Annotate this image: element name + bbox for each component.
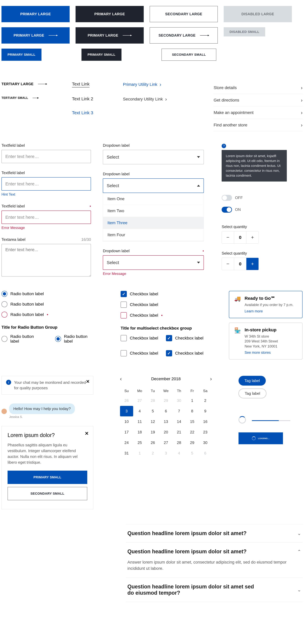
qty-minus[interactable]: − <box>222 231 234 244</box>
checkbox-error[interactable] <box>120 312 127 318</box>
toggle-on[interactable] <box>222 207 232 213</box>
primary-large-arrow-button[interactable]: PRIMARY LARGE <box>2 27 70 44</box>
nav-make-appointment[interactable]: Make an appointment <box>214 106 302 119</box>
radio-checked[interactable] <box>55 336 61 342</box>
accordion-item[interactable]: Question headline lorem ipsum dolor sit … <box>126 524 302 542</box>
qty-plus[interactable]: + <box>246 231 258 244</box>
secondary-large-button[interactable]: SECONDARY LARGE <box>150 6 218 22</box>
cal-prev[interactable]: ‹ <box>120 376 122 382</box>
text-link-2[interactable]: Text Link 2 <box>72 96 111 101</box>
cal-day[interactable]: 29 <box>186 438 199 448</box>
secondary-large-arrow-button[interactable]: SECONDARY LARGE <box>150 27 218 44</box>
cal-day[interactable]: 13 <box>160 416 172 427</box>
modal-secondary-button[interactable]: SECONDARY SMALL <box>8 487 87 500</box>
radio-error[interactable] <box>2 312 8 318</box>
cal-day[interactable]: 4 <box>133 406 146 416</box>
cal-day[interactable]: 21 <box>172 427 186 438</box>
cal-day[interactable]: 30 <box>199 438 212 448</box>
checkbox-checked[interactable] <box>166 350 172 356</box>
close-icon[interactable]: ✕ <box>85 430 89 436</box>
primary-large-dark-button[interactable]: PRIMARY LARGE <box>76 6 144 22</box>
cal-day[interactable]: 16 <box>199 416 212 427</box>
tooltip-icon[interactable]: ? <box>222 144 226 148</box>
secondary-utility-link[interactable]: Secondary Utility Link <box>123 96 167 102</box>
tag-outline[interactable]: Tag label <box>238 388 266 398</box>
cal-day[interactable]: 30 <box>172 395 186 406</box>
cal-next[interactable]: › <box>210 376 212 382</box>
checkbox-unchecked[interactable] <box>120 302 127 308</box>
secondary-small-button[interactable]: SECONDARY SMALL <box>162 48 216 61</box>
accordion-item-open[interactable]: Question headline lorem ipsum dolor sit … <box>126 542 302 578</box>
cal-day[interactable]: 28 <box>146 395 160 406</box>
radio-checked[interactable] <box>2 291 8 297</box>
dropdown-error[interactable]: Select <box>103 255 204 270</box>
nav-get-directions[interactable]: Get directions <box>214 94 302 106</box>
cal-day[interactable]: 27 <box>133 395 146 406</box>
learn-more-link[interactable]: Learn more <box>244 309 263 313</box>
cal-day[interactable]: 9 <box>199 406 212 416</box>
cal-day[interactable]: 7 <box>172 406 186 416</box>
modal-primary-button[interactable]: PRIMARY SMALL <box>8 471 87 484</box>
cal-day[interactable]: 29 <box>160 395 172 406</box>
cal-day[interactable]: 15 <box>186 416 199 427</box>
dropdown-item[interactable]: Item One <box>103 193 204 205</box>
primary-small-dark-button[interactable]: PRIMARY SMALL <box>82 48 122 61</box>
cal-day[interactable]: 12 <box>146 416 160 427</box>
cal-day[interactable]: 26 <box>120 395 133 406</box>
textarea[interactable] <box>2 244 91 276</box>
nav-find-store[interactable]: Find another store <box>214 119 302 131</box>
radio-unchecked[interactable] <box>2 301 8 307</box>
cal-day[interactable]: 28 <box>172 438 186 448</box>
radio-unchecked[interactable] <box>2 336 8 342</box>
cal-day[interactable]: 4 <box>172 448 186 458</box>
cal-day[interactable]: 25 <box>133 438 146 448</box>
cal-day[interactable]: 5 <box>146 406 160 416</box>
cal-day[interactable]: 1 <box>186 395 199 406</box>
qty-plus[interactable]: + <box>246 258 258 270</box>
ready-to-go-card[interactable]: 🚚 Ready to Go℠ Available if you order by… <box>229 291 302 318</box>
cal-day[interactable]: 2 <box>146 448 160 458</box>
cal-day[interactable]: 24 <box>120 438 133 448</box>
textfield-error[interactable] <box>2 210 91 224</box>
close-icon[interactable]: ✕ <box>86 379 90 384</box>
cal-day[interactable]: 22 <box>186 427 199 438</box>
cal-day[interactable]: 6 <box>160 406 172 416</box>
qty-minus[interactable]: − <box>222 258 234 270</box>
cal-day[interactable]: 27 <box>160 438 172 448</box>
tertiary-small-link[interactable]: TERTIARY SMALL <box>2 96 38 100</box>
nav-store-details[interactable]: Store details <box>214 82 302 94</box>
primary-utility-link[interactable]: Primary Utility Link <box>123 82 161 87</box>
checkbox-checked[interactable] <box>120 291 127 297</box>
loading-button[interactable]: LOADING… <box>238 432 283 444</box>
cal-day[interactable]: 6 <box>199 448 212 458</box>
cal-day[interactable]: 26 <box>146 438 160 448</box>
textfield-default[interactable] <box>2 150 91 163</box>
text-link-3[interactable]: Text Link 3 <box>72 110 111 115</box>
checkbox-unchecked[interactable] <box>120 335 127 341</box>
cal-day[interactable]: 3 <box>120 406 133 416</box>
checkbox-unchecked[interactable] <box>120 350 127 356</box>
cal-day[interactable]: 23 <box>199 427 212 438</box>
pickup-card[interactable]: 🏪 In-store pickup W 34th St store 209 We… <box>229 322 302 360</box>
see-more-link[interactable]: See more stores <box>244 350 271 354</box>
cal-day[interactable]: 17 <box>120 427 133 438</box>
dropdown-default[interactable]: Select <box>103 150 204 164</box>
checkbox-checked[interactable] <box>166 335 172 341</box>
tertiary-large-link[interactable]: TERTIARY LARGE <box>2 82 47 86</box>
cal-day[interactable]: 31 <box>120 448 133 458</box>
primary-large-dark-arrow-button[interactable]: PRIMARY LARGE <box>76 27 144 44</box>
cal-day[interactable]: 19 <box>146 427 160 438</box>
primary-large-button[interactable]: PRIMARY LARGE <box>2 6 70 22</box>
cal-day[interactable]: 2 <box>199 395 212 406</box>
tag-filled[interactable]: Tag label <box>238 376 266 386</box>
textfield-focus[interactable] <box>2 177 91 190</box>
toggle-off[interactable] <box>222 195 232 201</box>
cal-day[interactable]: 10 <box>120 416 133 427</box>
cal-day[interactable]: 14 <box>172 416 186 427</box>
cal-day[interactable]: 8 <box>186 406 199 416</box>
cal-day[interactable]: 11 <box>133 416 146 427</box>
cal-day[interactable]: 20 <box>160 427 172 438</box>
cal-day[interactable]: 5 <box>186 448 199 458</box>
cal-day[interactable]: 1 <box>133 448 146 458</box>
primary-small-button[interactable]: PRIMARY SMALL <box>2 48 42 61</box>
